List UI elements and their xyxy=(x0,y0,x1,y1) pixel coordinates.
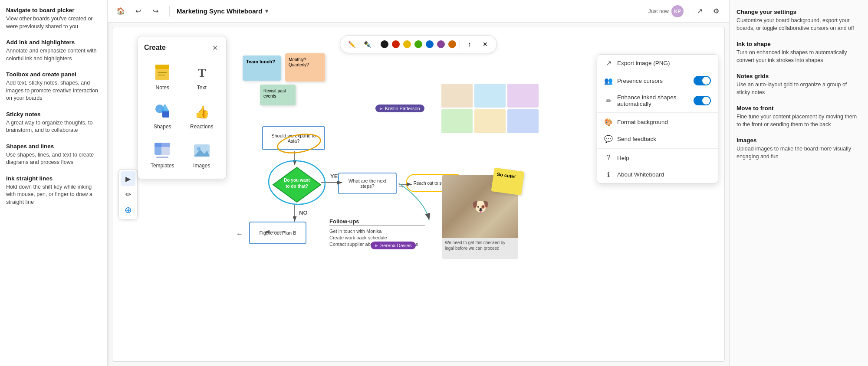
follow-ups-item-2: Create work back schedule xyxy=(329,235,425,240)
sg-4[interactable] xyxy=(441,109,473,133)
so-cute-text: So cute! xyxy=(496,171,516,179)
menu-export[interactable]: ↗ Export image (PNG) xyxy=(597,55,718,72)
feedback-label: Send feedback xyxy=(617,136,711,142)
marker-ink-button[interactable]: ✒️ xyxy=(361,38,373,50)
main-area: 🏠 ↩ ↪ Marketing Sync Whiteboard ▾ Just n… xyxy=(108,0,729,366)
color-yellow[interactable] xyxy=(403,40,411,48)
tooltip-sticky-notes: Sticky notes A great way to organize tho… xyxy=(6,111,101,134)
user-avatar[interactable]: KP xyxy=(671,5,684,17)
ink-toolbar: ✏️ ✒️ ↕ ✕ xyxy=(340,35,497,53)
create-reactions-item[interactable]: 👍 Reactions xyxy=(184,97,220,134)
sticky-revisit-text: Revisit past events xyxy=(263,88,286,98)
help-label: Help xyxy=(617,155,711,161)
canvas-wrapper: ▶ ✏ ⊕ Create ✕ xyxy=(108,23,729,366)
top-bar-right-icons: Just now KP ↗ ⚙ xyxy=(648,4,723,18)
pen-tool-button[interactable]: ✏ xyxy=(121,187,135,202)
flow-figure-text: Figure out Plan B xyxy=(260,230,296,235)
sticky-so-cute[interactable]: So cute! xyxy=(491,167,525,195)
sg-3[interactable] xyxy=(507,84,539,108)
shapes-icon xyxy=(153,102,172,121)
color-red[interactable] xyxy=(392,40,400,48)
callout-change-settings: Change your settings Customize your boar… xyxy=(736,9,861,32)
sg-6[interactable] xyxy=(507,109,539,133)
add-tool-button[interactable]: ⊕ xyxy=(121,203,135,217)
flow-expand-asia[interactable]: Should we expand to Asia? xyxy=(262,126,325,150)
notes-label: Notes xyxy=(156,85,169,91)
color-black[interactable] xyxy=(381,40,388,48)
create-templates-item[interactable]: Templates xyxy=(144,136,181,173)
select-tool-button[interactable]: ▶ xyxy=(121,171,135,186)
menu-feedback[interactable]: 💬 Send feedback xyxy=(597,131,718,147)
text-icon-area: T xyxy=(191,62,212,83)
right-divider xyxy=(688,6,688,16)
sg-1[interactable] xyxy=(441,84,473,108)
create-panel-close-button[interactable]: ✕ xyxy=(210,42,220,53)
arrow-right-1: → xyxy=(398,183,405,190)
menu-presence[interactable]: 👥 Presence cursors xyxy=(597,72,718,90)
about-icon: ℹ xyxy=(604,170,613,179)
svg-rect-12 xyxy=(156,157,168,158)
ink-close-button[interactable]: ✕ xyxy=(479,38,491,50)
create-shapes-item[interactable]: Shapes xyxy=(144,97,181,134)
flow-figure-out[interactable]: Figure out Plan B xyxy=(249,222,306,244)
ink-size-button[interactable]: ↕ xyxy=(464,38,476,50)
arrow-left-1: ← xyxy=(236,230,243,238)
whiteboard[interactable]: ▶ ✏ ⊕ Create ✕ xyxy=(112,27,725,362)
notes-icon-area xyxy=(152,62,173,83)
tooltip-ink-straight: Ink straight lines Hold down the shift k… xyxy=(6,175,101,206)
title-chevron-icon[interactable]: ▾ xyxy=(265,8,268,14)
menu-format-bg[interactable]: 🎨 Format background xyxy=(597,114,718,131)
color-green[interactable] xyxy=(414,40,422,48)
help-icon: ? xyxy=(604,154,613,162)
enhance-label: Enhance inked shapes automatically xyxy=(617,94,689,107)
color-blue[interactable] xyxy=(426,40,434,48)
settings-button[interactable]: ⚙ xyxy=(709,4,723,18)
serena-badge[interactable]: ▶ Serena Davies xyxy=(371,242,416,249)
presence-toggle[interactable] xyxy=(694,76,711,85)
kristin-badge[interactable]: ▶ Kristin Patterson xyxy=(375,105,424,112)
follow-ups-title: Follow-ups xyxy=(329,218,425,226)
color-orange[interactable] xyxy=(448,40,456,48)
tooltip-toolbox-create: Toolbox and create panel Add text, stick… xyxy=(6,71,101,102)
sticky-team-lunch[interactable]: Team lunch? xyxy=(243,56,281,81)
share-button[interactable]: ↗ xyxy=(693,4,707,18)
sticky-revisit[interactable]: Revisit past events xyxy=(260,85,296,105)
reactions-icon-area: 👍 xyxy=(191,101,212,122)
svg-rect-6 xyxy=(162,111,169,118)
flow-expand-text: Should we expand to Asia? xyxy=(266,133,321,144)
templates-icon xyxy=(153,141,172,160)
svg-text:👍: 👍 xyxy=(194,105,209,119)
no-label: NO xyxy=(299,209,308,216)
color-purple[interactable] xyxy=(437,40,445,48)
shapes-label: Shapes xyxy=(154,124,171,130)
enhance-toggle[interactable] xyxy=(694,96,711,105)
create-images-item[interactable]: Images xyxy=(184,136,220,173)
create-text-item[interactable]: T Text xyxy=(184,58,220,95)
create-notes-item[interactable]: Notes xyxy=(144,58,181,95)
callout-ink-to-shape: Ink to shape Turn on enhanced ink shapes… xyxy=(736,41,861,64)
menu-enhance[interactable]: ✏ Enhance inked shapes automatically xyxy=(597,90,718,111)
sticky-monthly[interactable]: Monthly? Quarterly? xyxy=(285,53,325,82)
format-bg-icon: 🎨 xyxy=(604,118,613,126)
enhance-icon: ✏ xyxy=(604,97,613,105)
ink-divider-2 xyxy=(460,40,460,49)
sg-2[interactable] xyxy=(474,84,506,108)
templates-label: Templates xyxy=(151,163,174,169)
menu-about[interactable]: ℹ About Whiteboard xyxy=(597,166,718,183)
sg-5[interactable] xyxy=(474,109,506,133)
menu-divider-1 xyxy=(597,112,718,113)
svg-text:Do you want: Do you want xyxy=(284,178,310,183)
create-panel-header: Create ✕ xyxy=(144,42,220,53)
time-label: Just now xyxy=(648,8,669,14)
flow-next-steps[interactable]: What are the next steps? xyxy=(338,173,397,194)
kristin-name: Kristin Patterson xyxy=(385,106,420,111)
menu-help[interactable]: ? Help xyxy=(597,150,718,166)
pen-ink-button[interactable]: ✏️ xyxy=(345,38,358,50)
board-title: Marketing Sync Whiteboard xyxy=(177,7,263,15)
home-button[interactable]: 🏠 xyxy=(114,4,128,18)
serena-arrow-icon: ▶ xyxy=(375,243,378,248)
undo-button[interactable]: ↩ xyxy=(131,4,145,18)
redo-button[interactable]: ↪ xyxy=(148,4,162,18)
flow-next-steps-text: What are the next steps? xyxy=(342,178,392,189)
image-caption: We need to get this checked by legal bef… xyxy=(442,238,518,253)
